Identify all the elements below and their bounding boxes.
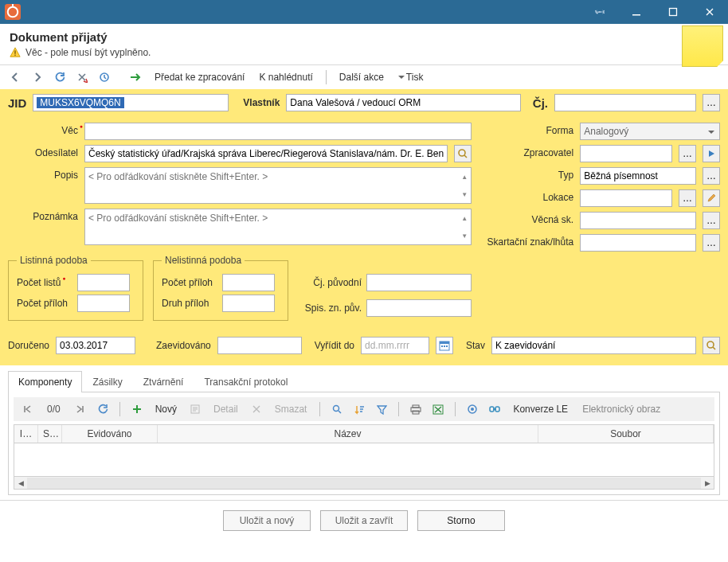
- cancel-button[interactable]: Storno: [417, 510, 505, 531]
- refresh-button[interactable]: [51, 68, 68, 86]
- shred-label: Skartační znak/lhůta: [486, 234, 573, 248]
- spin-down-icon[interactable]: ▼: [458, 185, 471, 203]
- form-type-dropdown[interactable]: Analogový: [580, 123, 720, 140]
- jid-field[interactable]: MUKSX6VQMQ6N: [33, 94, 229, 111]
- grid-filter-button[interactable]: [373, 400, 390, 418]
- for-viewing-action[interactable]: K nahlédnutí: [254, 69, 317, 85]
- grid-first-button[interactable]: [18, 400, 36, 418]
- grid-new-button[interactable]: Nový: [151, 401, 182, 417]
- orig-sp-field[interactable]: [366, 299, 472, 317]
- shred-field[interactable]: [580, 234, 696, 252]
- status-field[interactable]: K zaevidování: [491, 337, 696, 354]
- meta-bar: Doručeno 03.03.2017 Zaevidováno Vyřídit …: [0, 330, 728, 365]
- registered-field[interactable]: [217, 337, 302, 354]
- location-edit-button[interactable]: [703, 189, 720, 207]
- location-ellipsis-button[interactable]: …: [679, 189, 696, 207]
- delivered-field[interactable]: 03.03.2017: [56, 337, 135, 354]
- scroll-left-button[interactable]: ◀: [14, 478, 27, 489]
- processor-field[interactable]: [580, 145, 672, 162]
- grid-last-button[interactable]: [72, 400, 89, 418]
- type-ellipsis-button[interactable]: …: [703, 167, 720, 185]
- grid-sort-button[interactable]: [350, 400, 368, 418]
- forward-to-processing-action[interactable]: Předat ke zpracování: [150, 69, 249, 85]
- tab-transakcni-protokol[interactable]: Transakční protokol: [194, 371, 298, 392]
- desc-textarea[interactable]: ▲▼: [84, 167, 472, 204]
- att-count1-field[interactable]: [77, 295, 130, 312]
- sticky-note-icon[interactable]: [682, 25, 723, 67]
- nav-forward-button[interactable]: [29, 68, 46, 86]
- svg-rect-12: [444, 345, 445, 347]
- cj-label: Čj.: [527, 96, 548, 110]
- grid-new-icon[interactable]: [128, 400, 146, 418]
- grid-col-evidovano[interactable]: Evidováno: [62, 425, 158, 443]
- window-minimize-button[interactable]: [618, 0, 655, 24]
- grid-eobraz-button[interactable]: Elektronický obraz: [577, 401, 665, 417]
- grid-delete-icon: [248, 400, 265, 418]
- shred-ellipsis-button[interactable]: …: [703, 234, 720, 252]
- spin-up-icon[interactable]: ▲: [458, 209, 471, 227]
- grid-detail-icon: [186, 400, 204, 418]
- validation-warning: Věc - pole musí být vyplněno.: [10, 47, 718, 58]
- sender-field[interactable]: Český statistický úřad/Krajská správa Li…: [84, 145, 448, 162]
- window-close-button[interactable]: [691, 0, 728, 24]
- note-textarea[interactable]: ▲▼: [84, 209, 472, 245]
- scroll-right-button[interactable]: ▶: [701, 478, 714, 489]
- grid-attach-button[interactable]: [464, 400, 481, 418]
- grid-export-button[interactable]: [429, 400, 447, 418]
- due-field[interactable]: dd.mm.rrrr: [361, 337, 429, 354]
- processor-play-button[interactable]: [703, 145, 720, 162]
- cj-ellipsis-button[interactable]: …: [703, 94, 720, 111]
- save-and-close-button[interactable]: Uložit a zavřít: [320, 510, 408, 531]
- att-count1-label: Počet příloh: [17, 298, 72, 309]
- grid-refresh-button[interactable]: [94, 400, 112, 418]
- grid-konverze-button[interactable]: Konverze LE: [508, 401, 573, 417]
- tab-komponenty[interactable]: Komponenty: [8, 371, 82, 392]
- more-actions-menu[interactable]: Další akce: [335, 69, 389, 85]
- grid-detail-button: Detail: [209, 401, 243, 417]
- grid-col-index[interactable]: I…: [14, 425, 38, 443]
- desc-label: Popis: [8, 167, 78, 181]
- processor-label: Zpracovatel: [486, 145, 573, 158]
- owner-field[interactable]: Dana Valešová / vedoucí ORM: [286, 94, 521, 111]
- window-maximize-button[interactable]: [655, 0, 691, 24]
- grid-link-icon[interactable]: [486, 400, 503, 418]
- titlebar-grip-icon: [589, 0, 610, 24]
- spin-up-icon[interactable]: ▲: [458, 168, 471, 185]
- subject-group-ellipsis-button[interactable]: …: [703, 212, 720, 229]
- spin-down-icon[interactable]: ▼: [458, 227, 471, 244]
- sender-lookup-button[interactable]: [454, 145, 472, 162]
- status-lookup-button[interactable]: [703, 337, 720, 354]
- svg-point-16: [333, 405, 339, 411]
- subject-group-field[interactable]: [580, 212, 696, 229]
- svg-rect-3: [632, 14, 640, 16]
- type-field[interactable]: Běžná písemnost: [580, 167, 696, 185]
- grid-col-status[interactable]: S…: [38, 425, 62, 443]
- nav-back-button[interactable]: [6, 68, 24, 86]
- processor-ellipsis-button[interactable]: …: [679, 145, 696, 162]
- grid-header: I… S… Evidováno Název Soubor: [14, 425, 714, 443]
- grid-horizontal-scrollbar[interactable]: ◀ ▶: [14, 476, 714, 489]
- att-count2-field[interactable]: [222, 274, 275, 291]
- location-field[interactable]: [580, 189, 672, 207]
- scroll-track[interactable]: [27, 478, 701, 489]
- due-calendar-button[interactable]: [436, 337, 453, 354]
- tab-zasilky[interactable]: Zásilky: [82, 371, 132, 392]
- forward-arrow-icon[interactable]: [127, 68, 145, 86]
- tab-ztvarneni[interactable]: Ztvárnění: [133, 371, 194, 392]
- tabs-panel: Komponenty Zásilky Ztvárnění Transakční …: [0, 365, 728, 495]
- grid-col-soubor[interactable]: Soubor: [538, 425, 714, 443]
- subject-group-label: Věcná sk.: [486, 212, 573, 225]
- subject-field[interactable]: [84, 123, 472, 140]
- history-button[interactable]: [96, 68, 113, 86]
- sheet-count-field[interactable]: [77, 274, 130, 291]
- discard-button[interactable]: [73, 68, 91, 86]
- save-and-new-button[interactable]: Uložit a nový: [223, 510, 311, 531]
- sender-label: Odesílatel: [8, 145, 78, 158]
- print-menu[interactable]: Tisk: [393, 69, 429, 85]
- grid-print-button[interactable]: [407, 400, 425, 418]
- grid-search-button[interactable]: [328, 400, 346, 418]
- cj-field[interactable]: [554, 94, 696, 111]
- grid-col-nazev[interactable]: Název: [158, 425, 538, 443]
- att-kind-field[interactable]: [222, 295, 275, 312]
- orig-cj-field[interactable]: [366, 274, 472, 291]
